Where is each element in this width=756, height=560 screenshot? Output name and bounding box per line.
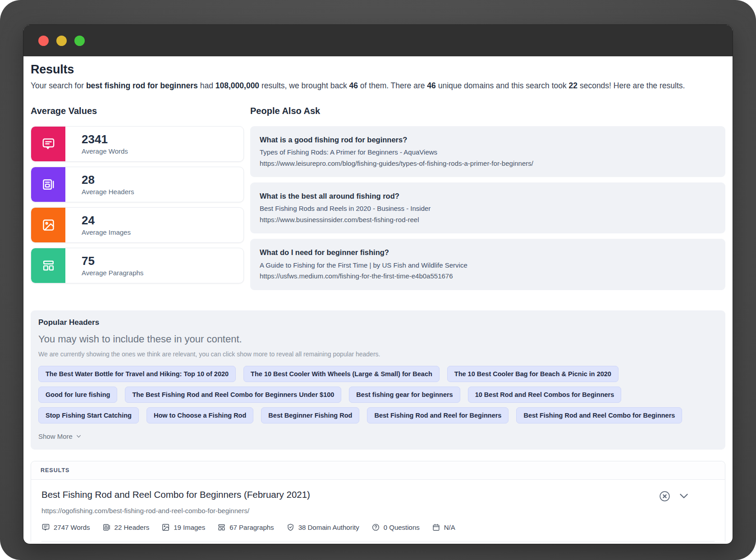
total-results-count: 108,000,000 xyxy=(215,81,259,90)
result-stat-domain-authority: 38 Domain Authority xyxy=(286,523,359,532)
result-stat-words: 2747 Words xyxy=(41,523,90,532)
paa-url: https://www.leisurepro.com/blog/fishing-… xyxy=(260,159,716,169)
stat-card-headers: 28 Average Headers xyxy=(31,167,244,202)
header-pill[interactable]: How to Choose a Fishing Rod xyxy=(147,407,253,423)
header-pill[interactable]: The Best Fishing Rod and Reel Combo for … xyxy=(125,387,341,403)
paa-url: https://www.businessinsider.com/best-fis… xyxy=(260,215,716,225)
window-titlebar xyxy=(23,25,733,56)
question-circle-icon xyxy=(371,523,380,532)
summary-text: Your search for xyxy=(31,81,86,90)
headers-icon xyxy=(102,523,111,532)
popular-headers-note: We are currently showing the ones we thi… xyxy=(38,351,718,358)
chevron-down-icon xyxy=(76,433,82,439)
search-seconds: 22 xyxy=(569,81,577,90)
header-pill[interactable]: The 10 Best Cooler Bag for Beach & Picni… xyxy=(447,366,619,382)
close-window-button[interactable] xyxy=(38,36,49,46)
header-pill[interactable]: 10 Best Rod and Reel Combos for Beginner… xyxy=(468,387,622,403)
browser-frame: Results Your search for best fishing rod… xyxy=(0,0,756,560)
average-values-section: Average Values 2341 Average Words xyxy=(31,106,244,296)
result-item: Best Fishing Rod and Reel Combo for Begi… xyxy=(31,480,725,542)
remove-result-icon[interactable] xyxy=(659,490,671,502)
header-pill[interactable]: Best Fishing Rod and Reel Combo for Begi… xyxy=(516,407,682,423)
header-pill[interactable]: Stop Fishing Start Catching xyxy=(38,407,139,423)
result-stat-questions: 0 Questions xyxy=(371,523,420,532)
popular-headers-subtitle: You may wish to include these in your co… xyxy=(38,333,718,345)
message-square-icon xyxy=(41,523,50,532)
search-summary: Your search for best fishing rod for beg… xyxy=(31,80,720,91)
stat-card-paragraphs: 75 Average Paragraphs xyxy=(31,248,244,283)
header-pill[interactable]: Best Fishing Rod and Reel for Beginners xyxy=(367,407,509,423)
popular-headers-title: Popular Headers xyxy=(38,318,718,327)
page-content: Results Your search for best fishing rod… xyxy=(23,56,733,544)
message-square-icon xyxy=(31,126,65,162)
paa-source: Types of Fishing Rods: A Primer for Begi… xyxy=(260,147,716,158)
result-stat-headers: 22 Headers xyxy=(102,523,150,532)
paragraphs-icon xyxy=(31,248,65,283)
header-pill[interactable]: Best fishing gear for beginners xyxy=(349,387,460,403)
minimize-window-button[interactable] xyxy=(56,36,67,46)
people-also-ask-title: People Also Ask xyxy=(250,106,725,116)
paa-question: What is the best all around fishing rod? xyxy=(260,191,716,201)
average-images-value: 24 xyxy=(82,214,131,227)
average-paragraphs-value: 75 xyxy=(82,255,143,268)
page-title: Results xyxy=(31,63,725,77)
average-headers-value: 28 xyxy=(82,173,134,187)
header-pill[interactable]: The 10 Best Cooler With Wheels (Large & … xyxy=(243,366,440,382)
result-stat-date: N/A xyxy=(432,523,455,532)
search-query: best fishing rod for beginners xyxy=(86,81,198,90)
average-words-label: Average Words xyxy=(82,147,128,155)
headers-icon xyxy=(31,167,65,202)
header-pill[interactable]: Best Beginner Fishing Rod xyxy=(261,407,359,423)
browser-window: Results Your search for best fishing rod… xyxy=(23,25,733,544)
average-paragraphs-label: Average Paragraphs xyxy=(82,269,143,277)
results-list-section: RESULTS Best Fishing Rod and Reel Combo … xyxy=(31,461,725,542)
paa-card: What is the best all around fishing rod?… xyxy=(250,182,725,233)
result-stat-paragraphs: 67 Paragraphs xyxy=(217,523,274,532)
people-also-ask-section: People Also Ask What is a good fishing r… xyxy=(250,106,725,296)
image-icon xyxy=(161,523,170,532)
show-more-label: Show More xyxy=(38,433,73,440)
result-stat-images: 19 Images xyxy=(161,523,205,532)
header-pill[interactable]: Good for lure fishing xyxy=(38,387,117,403)
calendar-icon xyxy=(432,523,440,532)
average-headers-label: Average Headers xyxy=(82,188,134,196)
paa-card: What is a good fishing rod for beginners… xyxy=(250,126,725,177)
average-words-value: 2341 xyxy=(82,133,128,146)
result-url: https://ogofishing.com/best-fishing-rod-… xyxy=(41,507,715,514)
maximize-window-button[interactable] xyxy=(74,36,85,46)
stat-card-words: 2341 Average Words xyxy=(31,126,244,162)
image-icon xyxy=(31,207,65,243)
paa-card: What do I need for beginner fishing? A G… xyxy=(250,239,725,290)
header-pill[interactable]: The Best Water Bottle for Travel and Hik… xyxy=(38,366,236,382)
paragraphs-icon xyxy=(217,523,226,532)
paa-source: Best Fishing Rods and Reels in 2020 - Bu… xyxy=(260,204,716,214)
paa-source: A Guide to Fishing for the First Time | … xyxy=(260,260,716,271)
paa-url: https://usfws.medium.com/fishing-for-the… xyxy=(260,271,716,282)
paa-question: What is a good fishing rod for beginners… xyxy=(260,135,716,145)
paa-question: What do I need for beginner fishing? xyxy=(260,247,716,257)
brought-back-count: 46 xyxy=(349,81,358,90)
show-more-button[interactable]: Show More xyxy=(38,433,82,440)
average-images-label: Average Images xyxy=(82,228,131,236)
stat-card-images: 24 Average Images xyxy=(31,207,244,243)
average-values-title: Average Values xyxy=(31,106,244,116)
unique-domains-count: 46 xyxy=(427,81,435,90)
expand-result-icon[interactable] xyxy=(678,490,690,502)
popular-headers-section: Popular Headers You may wish to include … xyxy=(31,310,725,450)
results-list-header: RESULTS xyxy=(31,461,725,480)
shield-check-icon xyxy=(286,523,295,532)
result-title: Best Fishing Rod and Reel Combo for Begi… xyxy=(41,489,310,500)
